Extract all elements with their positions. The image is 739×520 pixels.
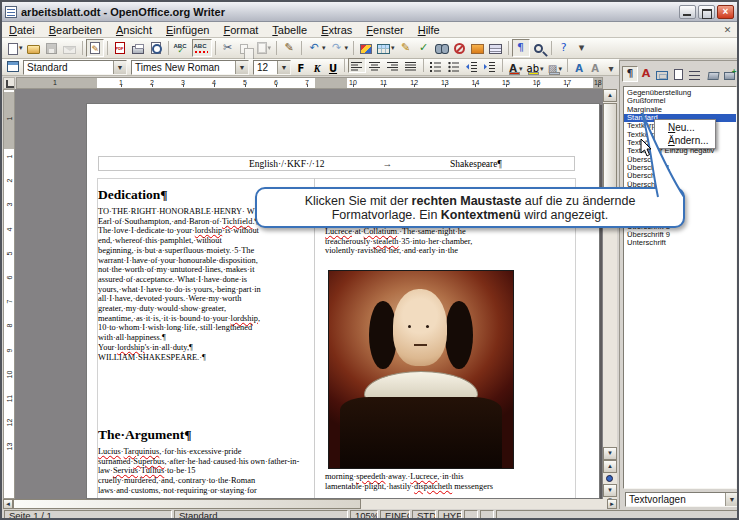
close-button[interactable]: ×	[717, 5, 734, 19]
frame-styles-button[interactable]	[654, 66, 670, 82]
toolbar-overflow-formatting-button[interactable]: ▾	[603, 62, 619, 77]
menu-einfgen[interactable]: Einfügen	[159, 23, 216, 37]
menu-bearbeiten[interactable]: Bearbeiten	[42, 23, 109, 37]
menu-ansicht[interactable]: Ansicht	[109, 23, 159, 37]
minimize-button[interactable]	[679, 5, 696, 19]
auto-spellcheck-button[interactable]	[192, 39, 212, 57]
vertical-ruler[interactable]: 112345678910111213	[3, 89, 15, 499]
scroll-up-icon[interactable]: ▲	[603, 89, 617, 102]
print-file-button[interactable]	[129, 39, 147, 57]
paragraph-dialog-button[interactable]: A	[587, 62, 603, 77]
paragraph-styles-button[interactable]: ¶	[622, 66, 638, 82]
shakespeare-portrait-image[interactable]	[328, 270, 514, 469]
column-2-bottom-paragraph[interactable]: morning·speedeth·away.·Lucrece,·in·this …	[325, 472, 561, 491]
status-page-style[interactable]: Standard	[174, 510, 348, 520]
numbered-list-button[interactable]	[427, 58, 445, 73]
redo-button[interactable]: ↷▾	[328, 39, 351, 57]
undo-button[interactable]: ↶▾	[305, 39, 328, 57]
scroll-right-icon[interactable]: ►	[607, 499, 617, 509]
chevron-down-icon[interactable]: ▼	[725, 493, 738, 506]
open-document-button[interactable]	[25, 39, 43, 57]
status-zoom[interactable]: 105%	[350, 510, 378, 520]
close-document-icon[interactable]: ✕	[721, 24, 734, 36]
chevron-down-icon[interactable]: ▼	[113, 61, 126, 74]
align-left-button[interactable]	[348, 58, 366, 73]
scroll-down-icon[interactable]: ▼	[603, 447, 617, 460]
next-page-icon[interactable]: ▼▼	[603, 484, 617, 497]
data-sources-button[interactable]	[487, 39, 505, 57]
document-page[interactable]: English·/·KKF·/·12 → Shakespeare¶ Dedica…	[86, 103, 600, 499]
background-color-button[interactable]: ▨▾	[546, 62, 565, 77]
scroll-left-icon[interactable]: ◄	[3, 499, 13, 509]
italic-button[interactable]: K	[309, 62, 325, 77]
paste-button[interactable]: ▾	[255, 39, 274, 57]
character-styles-button[interactable]: A	[638, 66, 654, 82]
menu-datei[interactable]: Datei	[2, 23, 42, 37]
navigator-button[interactable]	[451, 39, 469, 57]
paste-dropdown-icon[interactable]: ▾	[268, 44, 272, 52]
new-document-dropdown-icon[interactable]: ▾	[19, 44, 23, 52]
title-bar[interactable]: arbeitsblatt.odt - OpenOffice.org Writer…	[2, 2, 737, 22]
style-item-unterschrift[interactable]: Unterschrift	[624, 239, 736, 247]
draw-functions-button[interactable]: ✎	[397, 39, 415, 57]
font-size-combo[interactable]: 12 ▼	[253, 60, 291, 75]
page-styles-button[interactable]	[670, 66, 686, 82]
align-right-button[interactable]	[384, 58, 402, 73]
gallery-button[interactable]	[469, 39, 487, 57]
insert-table-dropdown-icon[interactable]: ▾	[391, 44, 395, 52]
new-document-button[interactable]: ▾	[6, 39, 25, 57]
save-document-button[interactable]	[43, 39, 61, 57]
status-hyperlink-mode[interactable]: HYP	[438, 510, 462, 520]
spellcheck-button[interactable]	[172, 39, 192, 57]
new-style-from-selection-button[interactable]	[721, 66, 737, 82]
autocorrect-button[interactable]: ✓	[415, 39, 433, 57]
align-justify-button[interactable]	[402, 58, 420, 73]
redo-dropdown-icon[interactable]: ▾	[345, 44, 349, 52]
column-2-top-paragraph[interactable]: Lucrece·at·Collatium.·The·same·night·he …	[325, 227, 561, 256]
highlighting-button[interactable]: ab▾	[525, 62, 546, 77]
menu-hilfe[interactable]: Hilfe	[411, 23, 447, 37]
export-as-pdf-button[interactable]	[111, 39, 129, 57]
column-1-argument[interactable]: The·Argument¶ Lucius·Tarquinius,·for·his…	[98, 427, 310, 496]
hyperlink-button[interactable]	[357, 39, 375, 57]
column-gap-indicator[interactable]	[315, 78, 347, 88]
horizontal-scrollbar-thumb[interactable]	[13, 499, 361, 509]
previous-page-icon[interactable]: ▲▲	[603, 460, 617, 473]
help-button[interactable]: ?	[555, 39, 573, 57]
decrease-indent-button[interactable]	[463, 58, 481, 73]
fill-format-mode-button[interactable]	[705, 66, 721, 82]
underline-button[interactable]: U	[325, 62, 341, 77]
restore-button[interactable]	[698, 5, 715, 19]
find-replace-button[interactable]	[433, 39, 451, 57]
insert-table-button[interactable]: ▾	[375, 39, 397, 57]
chevron-down-icon[interactable]: ▼	[277, 61, 290, 74]
formatting-marks-button[interactable]: ¶	[512, 39, 530, 57]
character-dialog-button[interactable]: A	[571, 62, 587, 77]
undo-dropdown-icon[interactable]: ▾	[322, 44, 326, 52]
styles-window-button[interactable]	[5, 59, 21, 74]
increase-indent-button[interactable]	[481, 58, 499, 73]
document-as-email-button[interactable]	[61, 39, 79, 57]
menu-format[interactable]: Format	[216, 23, 265, 37]
chevron-down-icon[interactable]: ▼	[235, 61, 248, 74]
tab-selector[interactable]	[3, 77, 15, 89]
paragraph-style-combo[interactable]: Standard ▼	[23, 60, 127, 75]
highlighting-dropdown-icon[interactable]: ▾	[540, 65, 544, 73]
page-preview-button[interactable]	[147, 39, 165, 57]
vertical-scrollbar[interactable]: ▲ ▼ ▲▲ ▼▼	[603, 89, 617, 499]
cut-button[interactable]: ✂	[219, 39, 237, 57]
copy-button[interactable]	[237, 39, 255, 57]
page-header-frame[interactable]: English·/·KKF·/·12 → Shakespeare¶	[98, 156, 575, 171]
zoom-button[interactable]	[530, 39, 548, 57]
list-styles-button[interactable]	[686, 66, 702, 82]
menu-tabelle[interactable]: Tabelle	[265, 23, 314, 37]
navigation-icon[interactable]	[606, 475, 613, 482]
format-paintbrush-button[interactable]: ✎	[280, 39, 298, 57]
menu-extras[interactable]: Extras	[314, 23, 359, 37]
align-center-button[interactable]	[366, 58, 384, 73]
styles-filter-combo[interactable]: Textvorlagen ▼	[625, 492, 739, 507]
edit-file-button[interactable]	[86, 39, 104, 57]
font-name-combo[interactable]: Times New Roman ▼	[131, 60, 249, 75]
horizontal-scrollbar[interactable]: ◄ ►	[3, 499, 617, 509]
font-color-button[interactable]: A▾	[506, 62, 525, 77]
